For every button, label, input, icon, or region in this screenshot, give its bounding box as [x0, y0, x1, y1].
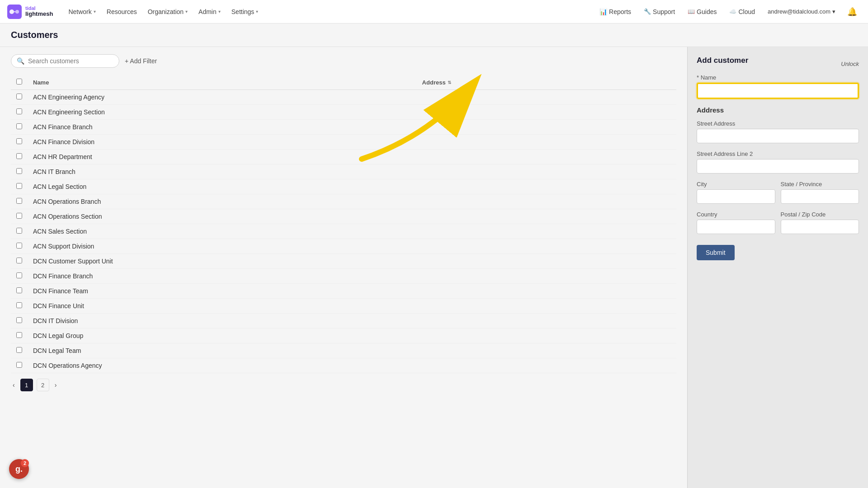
state-label: State / Province: [781, 181, 859, 188]
row-checkbox[interactable]: [16, 94, 22, 99]
row-checkbox[interactable]: [16, 138, 22, 144]
address-section-title: Address: [697, 106, 859, 114]
row-address: [417, 254, 676, 269]
row-checkbox[interactable]: [16, 347, 22, 353]
cloud-icon: ☁️: [729, 8, 736, 15]
street-address-2-input[interactable]: [697, 159, 859, 174]
logo[interactable]: tidal lightmesh: [7, 5, 53, 19]
row-address: [417, 343, 676, 358]
name-input[interactable]: [697, 83, 859, 99]
nav-settings[interactable]: Settings ▾: [227, 5, 263, 18]
submit-button[interactable]: Submit: [697, 245, 735, 260]
row-checkbox-cell: [11, 150, 28, 164]
row-checkbox[interactable]: [16, 198, 22, 204]
row-address: [417, 314, 676, 328]
row-checkbox-cell: [11, 164, 28, 179]
svg-point-2: [15, 10, 19, 14]
row-name: DCN Customer Support Unit: [28, 254, 417, 269]
book-icon: 📖: [688, 8, 695, 15]
row-name: ACN Support Division: [28, 239, 417, 254]
chevron-down-icon: ▾: [94, 9, 96, 14]
row-checkbox-cell: [11, 269, 28, 284]
street-address-2-label: Street Address Line 2: [697, 150, 859, 157]
row-address: [417, 358, 676, 373]
nav-guides[interactable]: 📖 Guides: [683, 5, 721, 18]
row-checkbox-cell: [11, 105, 28, 120]
row-address: [417, 120, 676, 135]
customers-list: ACN Engineering Agency ACN Engineering S…: [11, 90, 676, 373]
city-input[interactable]: [697, 189, 775, 204]
row-checkbox[interactable]: [16, 228, 22, 234]
postal-input[interactable]: [781, 220, 859, 234]
row-checkbox[interactable]: [16, 317, 22, 323]
row-checkbox[interactable]: [16, 213, 22, 219]
state-input[interactable]: [781, 189, 859, 204]
table-row: ACN IT Branch: [11, 164, 676, 179]
row-checkbox[interactable]: [16, 272, 22, 278]
search-box[interactable]: 🔍: [11, 54, 119, 68]
nav-network[interactable]: Network ▾: [64, 5, 100, 18]
nav-cloud[interactable]: ☁️ Cloud: [725, 5, 760, 18]
row-address: [417, 224, 676, 239]
row-address: [417, 239, 676, 254]
row-name: ACN Engineering Agency: [28, 90, 417, 105]
name-label: * Name: [697, 74, 859, 81]
row-checkbox[interactable]: [16, 183, 22, 189]
row-checkbox[interactable]: [16, 362, 22, 368]
street-address-input[interactable]: [697, 129, 859, 143]
row-address: [417, 90, 676, 105]
row-checkbox[interactable]: [16, 258, 22, 263]
page-1-button[interactable]: 1: [20, 379, 33, 391]
row-checkbox-cell: [11, 358, 28, 373]
brand-bottom: lightmesh: [25, 11, 53, 17]
country-input[interactable]: [697, 220, 775, 234]
row-name: ACN Engineering Section: [28, 105, 417, 120]
next-page-button[interactable]: ›: [53, 380, 59, 390]
row-checkbox-cell: [11, 239, 28, 254]
row-name: ACN Operations Branch: [28, 194, 417, 209]
row-checkbox-cell: [11, 90, 28, 105]
sort-icon: ⇅: [448, 80, 451, 85]
nav-reports[interactable]: 📊 Reports: [595, 5, 636, 18]
row-checkbox[interactable]: [16, 123, 22, 129]
nav-right: 📊 Reports 🔧 Support 📖 Guides ☁️ Cloud an…: [595, 5, 861, 19]
nav-organization[interactable]: Organization ▾: [143, 5, 192, 18]
row-checkbox[interactable]: [16, 287, 22, 293]
row-checkbox-cell: [11, 328, 28, 343]
table-row: ACN Engineering Agency: [11, 90, 676, 105]
select-all-checkbox[interactable]: [16, 79, 22, 84]
nav-admin[interactable]: Admin ▾: [194, 5, 225, 18]
row-checkbox[interactable]: [16, 243, 22, 249]
country-postal-row: Country Postal / Zip Code: [697, 211, 859, 241]
chevron-down-icon: ▾: [256, 9, 258, 14]
search-input[interactable]: [28, 57, 113, 65]
table-row: ACN Sales Section: [11, 224, 676, 239]
city-label: City: [697, 181, 775, 188]
page-2-button[interactable]: 2: [37, 379, 49, 391]
row-name: DCN Finance Branch: [28, 269, 417, 284]
row-checkbox[interactable]: [16, 332, 22, 338]
grader-badge[interactable]: g. 2: [9, 459, 29, 479]
nav-support[interactable]: 🔧 Support: [639, 5, 679, 18]
page-title: Customers: [11, 30, 857, 40]
row-checkbox[interactable]: [16, 108, 22, 114]
state-group: State / Province: [781, 181, 859, 204]
row-checkbox-cell: [11, 135, 28, 150]
row-name: ACN Finance Division: [28, 135, 417, 150]
notifications-button[interactable]: 🔔: [844, 5, 861, 19]
row-checkbox[interactable]: [16, 302, 22, 308]
table-row: ACN Operations Branch: [11, 194, 676, 209]
row-checkbox[interactable]: [16, 153, 22, 159]
prev-page-button[interactable]: ‹: [11, 380, 17, 390]
add-filter-button[interactable]: + Add Filter: [125, 57, 157, 65]
country-label: Country: [697, 211, 775, 218]
street-address-label: Street Address: [697, 120, 859, 127]
row-checkbox[interactable]: [16, 168, 22, 174]
row-name: DCN Finance Unit: [28, 299, 417, 314]
grader-badge-count: 2: [21, 459, 29, 467]
nav-resources[interactable]: Resources: [102, 5, 142, 18]
row-checkbox-cell: [11, 284, 28, 299]
page-header: Customers: [0, 23, 868, 47]
pagination: ‹ 1 2 ›: [11, 373, 676, 397]
nav-user[interactable]: andrew@tidalcloud.com ▾: [763, 5, 840, 18]
